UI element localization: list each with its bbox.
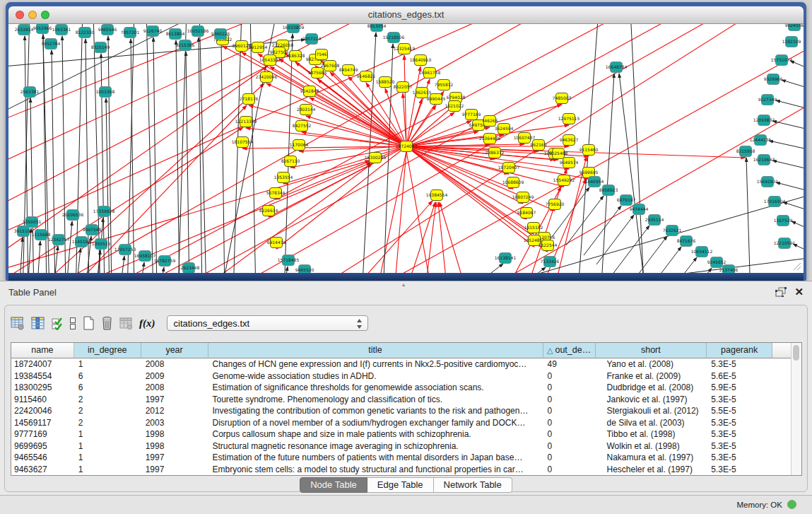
graph-node[interactable]: 16782759 (154, 256, 176, 267)
tab-network-table[interactable]: Network Table (434, 477, 512, 493)
graph-node[interactable]: 9012966 (33, 24, 52, 34)
graph-node[interactable]: 9024556 (785, 24, 804, 31)
memory-ok-icon[interactable] (787, 500, 796, 509)
table-row[interactable]: 1456911722003Disruption of a novel membe… (11, 417, 792, 429)
graph-node[interactable]: 7133426 (541, 257, 560, 267)
column-header-name[interactable]: name (11, 343, 74, 358)
graph-node[interactable]: 15751074 (771, 55, 793, 66)
select-columns-icon[interactable] (52, 317, 63, 330)
graph-node[interactable]: 7955812 (435, 80, 454, 90)
graph-node[interactable]: 9777169 (462, 110, 481, 120)
graph-node[interactable]: 1167539 (774, 216, 793, 226)
graph-node[interactable]: 18640910 (410, 55, 432, 66)
graph-node[interactable]: 8325149 (91, 42, 110, 53)
graph-node[interactable]: 9329966 (764, 74, 783, 85)
graph-node[interactable]: 17957253 (114, 245, 136, 255)
graph-node[interactable]: 9146821 (357, 71, 376, 82)
graph-node[interactable]: 15718485 (278, 255, 300, 266)
graph-node[interactable]: 1053361 (52, 25, 71, 35)
graph-node[interactable]: 7857201 (121, 28, 140, 38)
graph-node[interactable]: 8427552 (293, 121, 312, 132)
graph-node[interactable]: 10654112 (691, 247, 713, 257)
graph-node[interactable]: 19384554 (426, 190, 448, 201)
graph-node[interactable]: 16648784 (606, 62, 628, 73)
graph-node[interactable]: 8990445 (427, 94, 446, 105)
graph-node[interactable]: 1170064 (290, 140, 309, 151)
graph-node[interactable]: 20364486 (479, 134, 501, 144)
graph-node[interactable]: 2718176 (240, 94, 259, 105)
graph-node[interactable]: 2633814 (15, 25, 34, 35)
window-titlebar[interactable]: citations_edges.txt (8, 6, 804, 24)
column-header-pagerank[interactable]: pagerank (707, 343, 772, 358)
graph-node[interactable]: 17359928 (93, 206, 115, 217)
graph-node[interactable]: 2935114 (645, 215, 664, 226)
graph-node[interactable]: 9465546 (98, 25, 117, 35)
scrollbar-thumb[interactable] (793, 345, 799, 361)
resize-grip-icon[interactable] (791, 260, 802, 271)
graph-node[interactable]: 9126740 (143, 26, 163, 37)
column-header-short[interactable]: short (596, 343, 707, 358)
graph-node[interactable]: 15692931 (757, 177, 779, 187)
graph-node[interactable]: 7632621 (663, 226, 682, 236)
graph-node[interactable]: 9463627 (560, 135, 579, 146)
show-columns-icon[interactable] (31, 317, 45, 330)
graph-node[interactable]: 8186328 (286, 51, 305, 62)
graph-node[interactable]: 12975115 (558, 114, 580, 124)
new-table-icon[interactable] (83, 316, 95, 330)
graph-node[interactable]: 1053368 (96, 87, 115, 98)
column-header-year[interactable]: year (141, 343, 208, 358)
table-row[interactable]: 946554611997Estimation of the future num… (11, 452, 792, 464)
graph-node[interactable]: 746266 (482, 116, 498, 127)
graph-node[interactable]: 2803144 (297, 105, 316, 115)
import-table-icon[interactable] (119, 317, 133, 330)
graph-node[interactable]: 9052784 (42, 39, 61, 49)
graph-node[interactable]: 7546 (316, 49, 328, 60)
graph-node[interactable]: 1350515 (92, 239, 111, 250)
graph-node[interactable]: 6879197 (617, 195, 636, 206)
graph-node[interactable]: 17016504 (764, 197, 786, 207)
graph-node[interactable]: 12093832 (753, 115, 775, 126)
delete-table-icon[interactable] (101, 316, 113, 330)
graph-node[interactable]: 8122330 (76, 28, 95, 38)
graph-node[interactable]: 16210643 (753, 155, 775, 165)
graph-node[interactable]: 8813054 (367, 24, 387, 32)
graph-node[interactable]: 18720407 (498, 163, 520, 173)
graph-node[interactable]: 8613804 (166, 29, 185, 40)
tab-edge-table[interactable]: Edge Table (367, 477, 434, 493)
graph-node[interactable]: 16052186 (187, 26, 209, 37)
column-header-out_de…[interactable]: △out_de… (543, 343, 596, 358)
network-canvas[interactable]: 7963822896012889129542322605898275051654… (8, 24, 804, 273)
graph-node[interactable]: 9227349 (758, 95, 777, 105)
tab-node-table[interactable]: Node Table (300, 477, 367, 493)
table-row[interactable]: 969969511998Structural magnetic resonanc… (11, 440, 792, 452)
graph-node[interactable]: 16138141 (495, 253, 517, 264)
graph-node[interactable]: 862160 (531, 140, 547, 151)
table-row[interactable]: 911546021997Tourette syndrome. Phenomeno… (11, 394, 792, 406)
graph-node[interactable]: 23420046 (256, 72, 278, 83)
table-row[interactable]: 1872400712008Changes of HCN gene express… (11, 358, 792, 370)
table-row[interactable]: 946362711997Embryonic stem cells: a mode… (11, 464, 792, 476)
graph-node[interactable]: 1182109 (782, 37, 801, 47)
graph-node[interactable]: 20206536 (62, 210, 84, 221)
graph-node[interactable]: 7485003 (553, 93, 572, 104)
graph-node[interactable]: 7857224 (302, 34, 322, 45)
column-header-title[interactable]: title (208, 343, 543, 358)
graph-node[interactable]: 19218506 (383, 33, 405, 43)
close-panel-icon[interactable]: ✕ (794, 286, 804, 298)
graph-node[interactable]: 1353554 (274, 173, 293, 183)
table-row[interactable]: 2242004622012Investigating the contribut… (11, 405, 792, 417)
graph-node[interactable]: 8226614 (259, 206, 278, 216)
graph-node[interactable]: 8471676 (677, 236, 696, 247)
graph-node[interactable]: 12444135 (750, 135, 772, 146)
table-scrollbar[interactable] (791, 343, 801, 475)
float-panel-icon[interactable] (775, 287, 787, 297)
graph-node[interactable]: 12210591 (774, 238, 796, 249)
function-builder-icon[interactable]: f(x) (139, 317, 155, 329)
table-selector-dropdown[interactable]: citations_edges.txt (167, 315, 368, 331)
row-height-icon[interactable] (69, 317, 76, 330)
graph-node[interactable]: 16961758 (419, 68, 441, 78)
graph-node[interactable]: 9184067 (517, 208, 536, 218)
table-row[interactable]: 977716911998Corpus callosum shape and si… (11, 428, 792, 440)
graph-node[interactable]: 9115460 (579, 145, 599, 156)
graph-node[interactable]: 8215958 (736, 146, 755, 157)
